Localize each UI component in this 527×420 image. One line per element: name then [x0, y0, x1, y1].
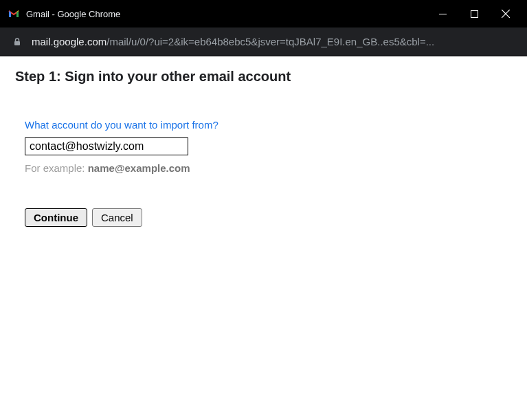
- minimize-button[interactable]: [427, 0, 458, 27]
- cancel-button[interactable]: Cancel: [92, 208, 142, 227]
- close-button[interactable]: [490, 0, 522, 27]
- window-titlebar: Gmail - Google Chrome: [0, 0, 527, 27]
- page-title: Step 1: Sign into your other email accou…: [15, 69, 512, 85]
- window-controls: [427, 0, 522, 27]
- lock-icon: [12, 37, 22, 47]
- import-prompt: What account do you want to import from?: [25, 119, 512, 131]
- example-email: name@example.com: [88, 162, 190, 174]
- example-prefix: For example:: [25, 162, 88, 174]
- svg-rect-4: [14, 41, 20, 45]
- email-field[interactable]: [25, 137, 188, 155]
- maximize-button[interactable]: [458, 0, 490, 27]
- address-bar[interactable]: mail.google.com/mail/u/0/?ui=2&ik=eb64b8…: [0, 27, 527, 56]
- chrome-window: Gmail - Google Chrome mail.google.com/ma…: [0, 0, 527, 420]
- window-title: Gmail - Google Chrome: [26, 9, 427, 19]
- url-path: /mail/u/0/?ui=2&ik=eb64b8ebc5&jsver=tqJB…: [106, 36, 434, 47]
- url-host: mail.google.com: [32, 36, 106, 47]
- example-text: For example: name@example.com: [25, 162, 512, 174]
- continue-button[interactable]: Continue: [25, 208, 87, 227]
- button-row: Continue Cancel: [25, 208, 512, 227]
- url-text: mail.google.com/mail/u/0/?ui=2&ik=eb64b8…: [32, 36, 434, 47]
- gmail-icon: [8, 8, 19, 19]
- svg-rect-1: [471, 10, 478, 17]
- page-content: Step 1: Sign into your other email accou…: [0, 56, 527, 420]
